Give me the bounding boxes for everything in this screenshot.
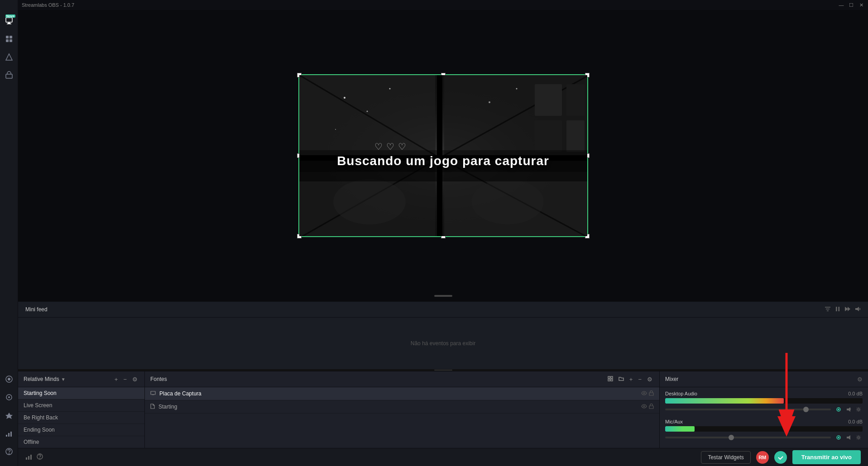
preview-scroll-indicator — [434, 295, 452, 297]
sources-panel-title: Fontes — [150, 376, 167, 382]
mixer-mic-db: 0.0 dB — [848, 419, 863, 424]
svg-rect-33 — [535, 120, 562, 152]
preview-content: ♡♡♡ Busc — [299, 75, 587, 236]
preview-canvas[interactable]: ♡♡♡ Busc — [298, 74, 588, 237]
sidebar-item-store[interactable] — [2, 68, 16, 82]
source-item-starting-name: Starting — [158, 404, 177, 410]
source-placa-lock-btn[interactable] — [649, 390, 654, 397]
go-live-button[interactable]: Transmitir ao vivo — [792, 450, 861, 464]
scene-item-ending-soon[interactable]: Ending Soon — [18, 424, 144, 436]
sources-add-btn[interactable]: + — [628, 375, 634, 384]
svg-point-40 — [489, 101, 490, 103]
mini-feed-volume-btn[interactable] — [854, 306, 861, 314]
sidebar: Novo — [0, 0, 18, 466]
svg-rect-70 — [26, 457, 27, 460]
sidebar-item-prime[interactable] — [2, 408, 16, 423]
sidebar-item-themes[interactable] — [2, 50, 16, 64]
mini-feed-header: Mini feed — [18, 302, 868, 318]
source-item-placa-left: Placa de Captura — [150, 390, 201, 397]
svg-rect-4 — [10, 36, 12, 38]
scenes-settings-btn[interactable]: ⚙ — [131, 375, 139, 384]
sources-remove-btn[interactable]: − — [637, 375, 643, 384]
status-chart-icon[interactable] — [25, 453, 33, 461]
sidebar-item-help[interactable] — [2, 444, 16, 459]
scenes-add-btn[interactable]: + — [113, 375, 120, 384]
test-widgets-button[interactable]: Testar Widgets — [701, 451, 750, 464]
maximize-button[interactable]: ☐ — [848, 2, 854, 8]
svg-rect-3 — [6, 36, 9, 38]
sources-settings-btn[interactable]: ⚙ — [646, 375, 654, 384]
svg-rect-31 — [535, 84, 562, 116]
sources-folder-btn[interactable] — [617, 375, 625, 384]
svg-point-37 — [366, 111, 368, 112]
source-item-starting[interactable]: Starting — [145, 400, 659, 414]
svg-rect-54 — [611, 376, 613, 378]
mixer-mic-fader-row — [665, 433, 863, 442]
svg-point-74 — [40, 459, 40, 459]
source-starting-lock-btn[interactable] — [649, 403, 654, 410]
mini-feed: Mini feed — [18, 301, 868, 369]
novo-badge: Novo — [5, 14, 15, 18]
svg-rect-8 — [6, 74, 12, 78]
scene-item-starting-soon[interactable]: Starting Soon — [18, 387, 144, 399]
mixer-desktop-thumb[interactable] — [803, 407, 809, 412]
mixer-desktop-mute-btn[interactable] — [844, 405, 853, 414]
sources-context-btn[interactable] — [606, 375, 614, 384]
sidebar-item-widgets[interactable] — [2, 32, 16, 46]
sidebar-item-studio[interactable]: Novo — [2, 14, 16, 28]
mixer-mic-thumb[interactable] — [729, 435, 734, 440]
mixer-desktop-source-btn[interactable] — [834, 405, 843, 414]
svg-rect-14 — [6, 435, 7, 437]
user-avatar[interactable]: RM — [756, 451, 769, 464]
sidebar-item-analytics[interactable] — [2, 426, 16, 441]
mixer-desktop-gear-btn[interactable] — [854, 405, 863, 414]
sidebar-item-helix[interactable] — [2, 390, 16, 404]
source-item-starting-actions — [641, 403, 654, 410]
mixer-desktop-fader[interactable] — [665, 409, 831, 410]
mixer-mic-label: Mic/Aux — [665, 419, 683, 424]
scene-item-live-screen[interactable]: Live Screen — [18, 399, 144, 412]
scene-item-offline[interactable]: Offline — [18, 436, 144, 448]
mixer-mic-fader[interactable] — [665, 437, 831, 438]
svg-point-38 — [335, 129, 336, 130]
source-item-placa-actions — [641, 390, 654, 397]
minimize-button[interactable]: — — [838, 2, 844, 8]
svg-point-60 — [643, 406, 645, 407]
mini-feed-skip-btn[interactable] — [844, 306, 851, 314]
svg-point-12 — [8, 396, 10, 398]
mini-feed-filter-btn[interactable] — [825, 306, 831, 314]
svg-rect-59 — [649, 393, 653, 395]
svg-point-69 — [858, 437, 859, 438]
mixer-mic-source-btn[interactable] — [834, 433, 843, 442]
svg-point-67 — [838, 437, 839, 438]
svg-marker-68 — [847, 435, 850, 440]
mini-feed-pause-btn[interactable] — [834, 306, 841, 314]
mixer-desktop-label: Desktop Audio — [665, 391, 697, 396]
source-list: Placa de Captura — [145, 387, 659, 414]
mixer-channel-mic: Mic/Aux 0.0 dB — [665, 419, 863, 442]
mixer-mic-gear-btn[interactable] — [854, 433, 863, 442]
mixer-mic-header: Mic/Aux 0.0 dB — [665, 419, 863, 424]
svg-rect-57 — [151, 391, 155, 395]
sidebar-item-activity[interactable] — [2, 372, 16, 386]
svg-marker-51 — [848, 307, 850, 311]
mixer-mic-mute-btn[interactable] — [844, 433, 853, 442]
user-status-circle[interactable] — [774, 451, 787, 464]
source-item-placa[interactable]: Placa de Captura — [145, 387, 659, 400]
mixer-desktop-level — [665, 398, 784, 404]
svg-rect-32 — [566, 84, 585, 116]
scenes-panel-header: Relative Minds ▼ + − ⚙ — [18, 371, 144, 387]
scenes-panel-title-group: Relative Minds ▼ — [24, 376, 66, 382]
close-button[interactable]: ✕ — [858, 2, 864, 8]
scenes-dropdown-icon[interactable]: ▼ — [61, 377, 66, 382]
svg-point-18 — [9, 454, 9, 454]
source-starting-eye-btn[interactable] — [641, 404, 647, 410]
mixer-panel-title: Mixer — [665, 376, 678, 382]
svg-marker-52 — [855, 307, 859, 311]
scene-item-be-right-back[interactable]: Be Right Back — [18, 412, 144, 424]
mixer-settings-btn[interactable]: ⚙ — [857, 376, 863, 383]
svg-rect-16 — [10, 432, 12, 437]
scenes-remove-btn[interactable]: − — [122, 375, 128, 384]
source-placa-eye-btn[interactable] — [641, 390, 647, 397]
status-help-icon[interactable] — [36, 453, 43, 461]
